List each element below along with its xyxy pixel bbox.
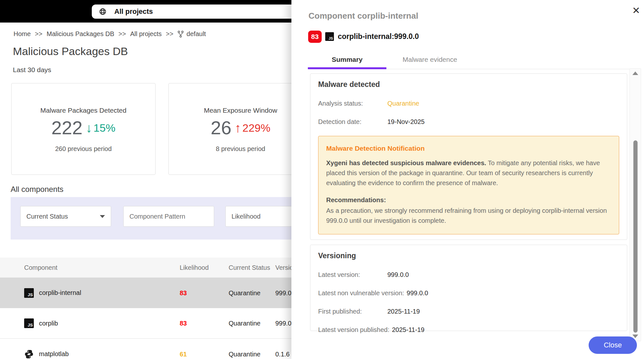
likelihood-value: 83 [180,289,187,297]
tab-summary[interactable]: Summary [308,52,386,67]
malware-detection-notification: Malware Detection Notification Xygeni ha… [318,136,619,234]
likelihood-value: 61 [180,350,187,358]
package-name: corplib-internal:999.0.0 [338,32,419,41]
column-header-current-status: Current Status [229,264,270,271]
versioning-card: Versioning Latest version: 999.0.0 Lates… [310,245,627,331]
notification-lead: Xygeni has detected suspicious malware e… [326,159,486,166]
current-status-value: Quarantine [229,289,260,297]
breadcrumb-all-projects-link[interactable]: All projects [130,30,162,38]
version-value: 0.1.6 [275,350,289,358]
malware-detected-heading: Malware detected [318,80,619,89]
filter-bar: Current Status Component Pattern Likelih… [11,197,304,240]
breadcrumb-branch[interactable]: default [177,30,206,38]
scroll-up-icon[interactable] [632,71,638,75]
stat-previous-period: 260 previous period [55,145,112,153]
analysis-status-value: Quarantine [387,100,419,107]
notification-title: Malware Detection Notification [326,145,611,152]
latest-version-published-value: 2025-11-19 [392,326,424,334]
project-selector[interactable]: All projects [92,5,296,19]
latest-version-label: Latest version: [318,271,385,279]
stat-value: 26 [211,118,232,138]
table-row-matplotlab[interactable]: matplotlab 61 Quarantine 0.1.6 [0,339,322,359]
component-name: corplib-internal [39,289,81,297]
current-status-filter[interactable]: Current Status [20,206,111,227]
git-branch-icon [177,31,184,38]
active-tab-indicator [308,67,386,69]
score-badge: 83 [308,31,322,43]
component-detail-panel: ✕ Component corplib-internal 83 JS corpl… [291,0,644,359]
breadcrumb-separator: >> [118,30,126,38]
recommendations-text: As a precaution, we strongly recommend r… [326,206,611,226]
stat-label: Malware Packages Detected [40,107,126,114]
trend-percentage: 15% [93,118,115,138]
stat-label: Mean Exposure Window [204,107,277,114]
panel-scrollbar[interactable] [630,68,641,341]
versioning-heading: Versioning [318,251,619,260]
breadcrumb-separator: >> [35,30,42,38]
analysis-status-label: Analysis status: [318,100,385,107]
latest-version-value: 999.0.0 [387,271,409,279]
latest-non-vulnerable-version-value: 999.0.0 [407,289,428,297]
component-pattern-placeholder: Component Pattern [129,213,185,220]
current-status-filter-label: Current Status [26,213,68,220]
chevron-down-icon [100,215,105,218]
component-name: corplib [39,320,58,327]
stat-previous-period: 8 previous period [216,145,265,153]
recommendations-label: Recommendations: [326,196,611,204]
project-selector-label: All projects [114,7,153,16]
likelihood-placeholder: Likelihood [232,213,260,220]
column-header-likelihood: Likelihood [180,264,209,271]
component-pattern-input[interactable]: Component Pattern [123,206,214,227]
first-published-label: First published: [318,308,385,315]
stat-value: 222 [52,118,83,138]
scrollbar-thumb[interactable] [633,140,638,333]
python-icon [24,349,34,359]
component-name: matplotlab [39,350,69,358]
detection-date-label: Detection date: [318,118,385,126]
notification-body: Xygeni has detected suspicious malware e… [326,158,611,188]
latest-non-vulnerable-version-label: Latest non vulnerable version: [318,289,404,297]
stat-card-malware-packages-detected: Malware Packages Detected 222 ↓ 15% 260 … [11,83,156,175]
page-title: Malicious Packages DB [13,45,128,58]
period-label: Last 30 days [13,66,51,74]
first-published-value: 2025-11-19 [387,308,420,315]
javascript-icon: JS [325,32,334,41]
package-identity: JS corplib-internal:999.0.0 [325,32,419,41]
javascript-icon: JS [24,288,34,298]
javascript-icon: JS [24,318,34,328]
table-row-corplib-internal[interactable]: JS corplib-internal 83 Quarantine 999.0.… [0,278,322,308]
trend-down-icon: ↓ [86,118,92,138]
current-status-value: Quarantine [229,350,260,358]
breadcrumb: Home >> Malicious Packages DB >> All pro… [14,30,206,38]
current-status-value: Quarantine [229,320,260,327]
table-header-row: Component Likelihood Current Status Vers… [0,258,322,278]
tab-malware-evidence[interactable]: Malware evidence [386,52,473,67]
column-header-component: Component [24,264,57,271]
breadcrumb-malicious-packages-link[interactable]: Malicious Packages DB [47,30,114,38]
globe-icon [99,8,107,15]
breadcrumb-home-link[interactable]: Home [14,30,31,38]
likelihood-value: 83 [180,320,187,327]
malware-detected-card: Malware detected Analysis status: Quaran… [310,73,627,240]
app-screen: All projects Home >> Malicious Packages … [0,0,644,359]
latest-version-published-label: Latest version published: [318,326,389,334]
trend-up-icon: ↑ [235,118,241,138]
close-icon[interactable]: ✕ [632,5,640,16]
detection-date-value: 19-Nov-2025 [387,118,425,126]
trend-percentage: 229% [242,118,270,138]
all-components-section-title: All components [11,185,63,194]
panel-title: Component corplib-internal [308,11,418,21]
breadcrumb-branch-label: default [186,30,206,38]
stat-card-mean-exposure-window: Mean Exposure Window 26 ↑ 229% 8 previou… [168,83,313,175]
components-table: Component Likelihood Current Status Vers… [0,258,322,359]
breadcrumb-separator: >> [166,30,173,38]
table-row-corplib[interactable]: JS corplib 83 Quarantine 999.0.0 [0,308,322,339]
close-button[interactable]: Close [589,336,637,354]
scroll-down-icon[interactable] [632,335,638,338]
